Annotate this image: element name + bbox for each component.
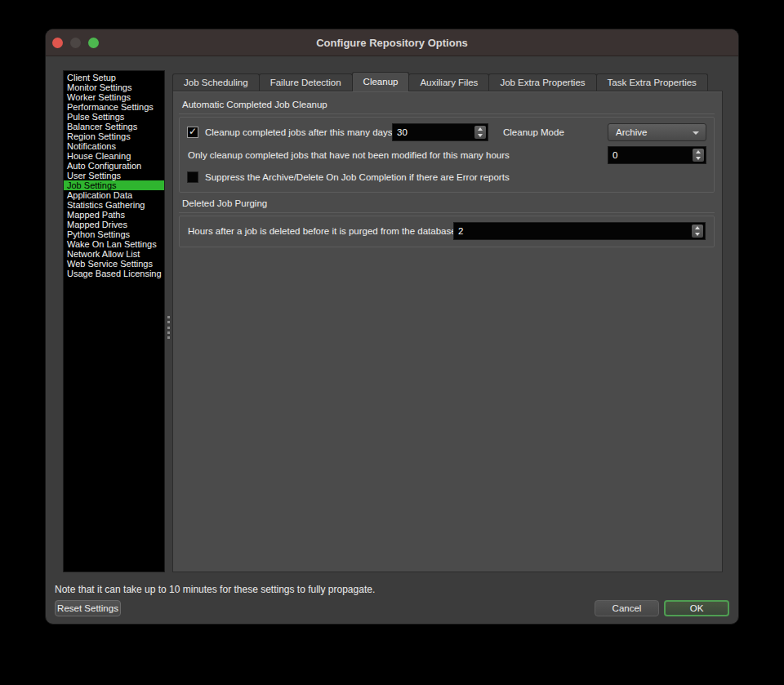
sidebar-item[interactable]: Client Setup [64, 73, 164, 82]
purge-hours-spinbox [453, 222, 706, 240]
configure-repository-options-dialog: Configure Repository Options Client Setu… [45, 29, 739, 625]
modified-hours-label: Only cleanup completed jobs that have no… [188, 146, 510, 164]
spin-up-icon[interactable] [692, 225, 703, 231]
tab-job-extra-properties[interactable]: Job Extra Properties [488, 73, 596, 91]
cleanup-after-days-label: Cleanup completed jobs after this many d… [205, 123, 392, 141]
sidebar-item[interactable]: Web Service Settings [64, 259, 164, 269]
sidebar-item[interactable]: Balancer Settings [64, 122, 164, 131]
reset-settings-button[interactable]: Reset Settings [55, 600, 121, 616]
tab-task-extra-properties[interactable]: Task Extra Properties [596, 73, 708, 91]
splitter-handle[interactable] [166, 316, 171, 339]
settings-category-list[interactable]: Client Setup Monitor Settings Worker Set… [63, 70, 165, 572]
spin-down-icon[interactable] [693, 155, 704, 162]
spinner-buttons [474, 126, 486, 139]
tab-auxiliary-files[interactable]: Auxiliary Files [408, 73, 489, 91]
group-frame: Hours after a job is deleted before it i… [179, 216, 715, 247]
sidebar-item[interactable]: Job Settings [64, 180, 164, 190]
sidebar-item[interactable]: Mapped Drives [64, 220, 164, 229]
sidebar-item[interactable]: Usage Based Licensing [64, 269, 164, 278]
sidebar-item[interactable]: Python Settings [64, 229, 164, 239]
cancel-button[interactable]: Cancel [595, 600, 659, 616]
sidebar-item[interactable]: Application Data [64, 190, 164, 200]
sidebar-item[interactable]: Network Allow List [64, 249, 164, 259]
window-title: Configure Repository Options [46, 29, 738, 56]
spinner-buttons [692, 225, 703, 238]
sidebar-item[interactable]: House Cleaning [64, 151, 164, 161]
cleanup-mode-dropdown[interactable]: Archive [608, 123, 706, 141]
suppress-archive-label: Suppress the Archive/Delete On Job Compl… [205, 168, 510, 186]
suppress-archive-checkbox[interactable] [187, 171, 198, 183]
spin-up-icon[interactable] [474, 126, 486, 132]
auto-cleanup-groupbox: Automatic Completed Job Cleanup Cleanup … [179, 98, 715, 193]
group-title: Deleted Job Purging [179, 197, 715, 213]
title-bar[interactable]: Configure Repository Options [46, 29, 738, 56]
cleanup-mode-value: Archive [616, 124, 647, 140]
spin-up-icon[interactable] [693, 149, 704, 155]
sidebar-item[interactable]: Monitor Settings [64, 82, 164, 92]
modified-hours-input[interactable] [608, 147, 691, 163]
tab-failure-detection[interactable]: Failure Detection [259, 73, 353, 91]
purge-hours-label: Hours after a job is deleted before it i… [188, 222, 457, 240]
spin-down-icon[interactable] [692, 231, 703, 238]
sidebar-item[interactable]: Wake On Lan Settings [64, 239, 164, 249]
sidebar-item[interactable]: Region Settings [64, 131, 164, 141]
cleanup-after-days-checkbox[interactable] [187, 127, 198, 138]
cleanup-after-days-input[interactable] [393, 124, 473, 140]
cleanup-tab-panel: Automatic Completed Job Cleanup Cleanup … [172, 91, 723, 572]
tab-cleanup[interactable]: Cleanup [352, 72, 410, 91]
sidebar-item[interactable]: Notifications [64, 141, 164, 151]
deleted-purging-groupbox: Deleted Job Purging Hours after a job is… [179, 197, 715, 247]
sidebar-item[interactable]: Mapped Paths [64, 210, 164, 220]
propagation-note: Note that it can take up to 10 minutes f… [55, 584, 375, 595]
tab-bar: Job Scheduling Failure Detection Cleanup… [172, 71, 723, 91]
sidebar-item[interactable]: Auto Configuration [64, 161, 164, 171]
cleanup-after-days-spinbox [392, 123, 488, 141]
group-frame: Cleanup completed jobs after this many d… [179, 117, 715, 193]
sidebar-item[interactable]: Pulse Settings [64, 112, 164, 122]
chevron-down-icon [693, 131, 699, 135]
ok-button[interactable]: OK [664, 600, 729, 616]
cleanup-mode-label: Cleanup Mode [503, 123, 564, 141]
spin-down-icon[interactable] [474, 132, 486, 139]
sidebar-item[interactable]: Performance Settings [64, 102, 164, 112]
group-title: Automatic Completed Job Cleanup [179, 98, 715, 114]
spinner-buttons [693, 149, 704, 162]
sidebar-item[interactable]: Worker Settings [64, 92, 164, 102]
modified-hours-spinbox [608, 146, 706, 164]
purge-hours-input[interactable] [454, 223, 690, 239]
sidebar-item[interactable]: User Settings [64, 171, 164, 180]
tab-job-scheduling[interactable]: Job Scheduling [172, 73, 260, 91]
sidebar-item[interactable]: Statistics Gathering [64, 200, 164, 210]
